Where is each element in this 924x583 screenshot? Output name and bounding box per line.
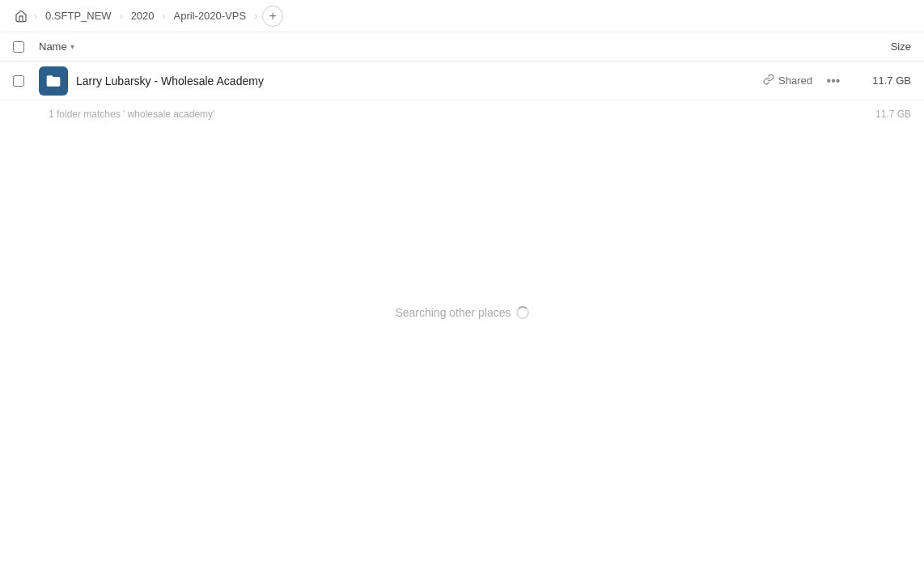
breadcrumb-sep-1: ›	[34, 11, 37, 22]
match-info-bar: 1 folder matches ' wholesale academy' 11…	[0, 100, 924, 128]
column-header: Name ▾ Size	[0, 32, 924, 62]
row-checkbox[interactable]	[13, 75, 24, 87]
header-checkbox-col[interactable]	[13, 41, 39, 53]
file-list: Larry Lubarsky - Wholesale Academy Share…	[0, 62, 924, 583]
more-options-button[interactable]: •••	[822, 70, 845, 92]
add-breadcrumb-button[interactable]: +	[262, 6, 283, 27]
breadcrumb-item-sftp[interactable]: 0.SFTP_NEW	[39, 6, 118, 25]
row-checkbox-col[interactable]	[13, 75, 39, 87]
breadcrumb-bar: › 0.SFTP_NEW › 2020 › April-2020-VPS › +	[0, 0, 924, 32]
shared-indicator: Shared	[763, 74, 812, 87]
name-sort-arrow: ▾	[70, 42, 74, 51]
breadcrumb-item-april[interactable]: April-2020-VPS	[167, 6, 253, 25]
folder-icon	[39, 66, 68, 96]
breadcrumb-sep-2: ›	[120, 11, 123, 22]
file-size: 11.7 GB	[854, 74, 911, 87]
file-name[interactable]: Larry Lubarsky - Wholesale Academy	[76, 74, 763, 87]
app-container: › 0.SFTP_NEW › 2020 › April-2020-VPS › +…	[0, 0, 924, 583]
home-breadcrumb[interactable]	[10, 5, 32, 28]
searching-spinner	[516, 306, 529, 319]
name-column-header[interactable]: Name ▾	[39, 40, 846, 53]
breadcrumb-sep-3: ›	[163, 11, 166, 22]
searching-text: Searching other places	[395, 306, 511, 319]
breadcrumb-item-2020[interactable]: 2020	[125, 6, 161, 25]
table-row: Larry Lubarsky - Wholesale Academy Share…	[0, 62, 924, 100]
searching-area: Searching other places	[0, 306, 924, 319]
link-icon	[763, 74, 774, 87]
shared-label: Shared	[778, 74, 812, 87]
breadcrumb-sep-4: ›	[254, 11, 257, 22]
size-column-header[interactable]: Size	[846, 40, 911, 53]
name-column-label: Name	[39, 40, 67, 53]
select-all-checkbox[interactable]	[13, 41, 24, 53]
match-text: 1 folder matches ' wholesale academy'	[49, 109, 214, 120]
match-size: 11.7 GB	[875, 109, 911, 120]
